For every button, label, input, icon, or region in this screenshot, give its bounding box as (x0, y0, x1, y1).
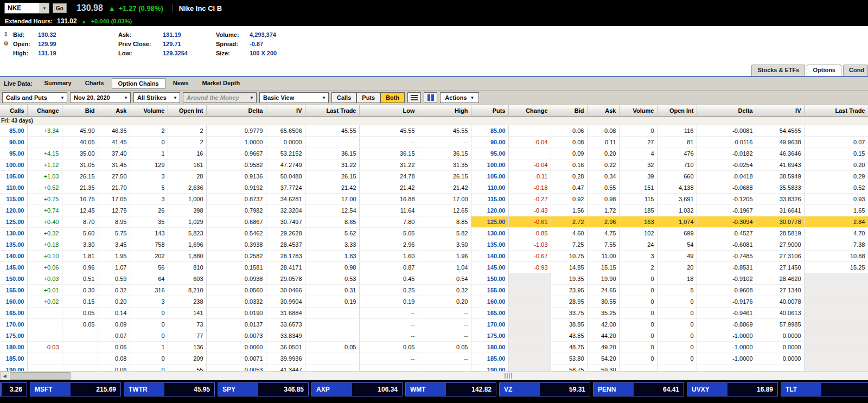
value-cell[interactable]: 0.07 (804, 136, 868, 148)
value-cell[interactable]: 0.0000 (756, 341, 804, 353)
value-cell[interactable] (804, 330, 868, 341)
value-cell[interactable]: 1.65 (804, 204, 868, 216)
column-header-delta-puts[interactable]: Delta (697, 105, 756, 116)
value-cell[interactable]: 38.5949 (756, 170, 804, 182)
value-cell[interactable]: -0.0418 (697, 170, 756, 182)
value-cell[interactable]: 14.85 (551, 261, 587, 273)
value-cell[interactable]: 10.75 (551, 250, 587, 261)
value-cell[interactable]: 64 (130, 273, 168, 284)
value-cell[interactable]: 151 (619, 182, 657, 193)
value-cell[interactable]: 3.30 (62, 239, 98, 250)
column-header-bid-puts[interactable]: Bid (551, 105, 587, 116)
value-cell[interactable]: 31.05 (62, 159, 98, 170)
basic-view-dropdown[interactable]: Basic View▼ (259, 92, 329, 103)
value-cell[interactable]: 0.05 (305, 341, 359, 353)
value-cell[interactable]: 143 (130, 227, 168, 239)
value-cell[interactable]: 41.3447 (266, 364, 305, 371)
expiration-group-label[interactable]: Fri: 43 days) (0, 116, 868, 125)
put-strike-cell[interactable]: 165.00 (471, 307, 508, 318)
value-cell[interactable] (27, 364, 62, 371)
value-cell[interactable]: 4.75 (587, 227, 619, 239)
value-cell[interactable]: 50.0480 (266, 170, 305, 182)
value-cell[interactable]: 4,138 (657, 182, 697, 193)
value-cell[interactable]: 27.1340 (756, 284, 804, 296)
value-cell[interactable]: 49.20 (587, 341, 619, 353)
value-cell[interactable]: 1.96 (418, 250, 471, 261)
value-cell[interactable]: 0.15 (804, 148, 868, 159)
column-header-volume-calls[interactable]: Volume (130, 105, 168, 116)
value-cell[interactable]: 32 (619, 159, 657, 170)
tab-summary[interactable]: Summary (39, 78, 78, 89)
symbol-combobox[interactable]: NKE ▼ (4, 3, 49, 14)
value-cell[interactable]: 26 (130, 204, 168, 216)
value-cell[interactable] (508, 273, 551, 284)
value-cell[interactable]: 16.88 (359, 193, 418, 204)
value-cell[interactable]: 24.65 (587, 284, 619, 296)
value-cell[interactable] (804, 341, 868, 353)
column-header-ask-calls[interactable]: Ask (98, 105, 130, 116)
value-cell[interactable]: 42.00 (587, 318, 619, 330)
value-cell[interactable]: 0.0000 (756, 353, 804, 364)
value-cell[interactable]: 0 (619, 341, 657, 353)
ticker-item-tlt[interactable]: TLT (781, 382, 868, 396)
value-cell[interactable] (804, 296, 868, 307)
value-cell[interactable]: 31.45 (98, 159, 130, 170)
value-cell[interactable]: 1,000 (168, 193, 206, 204)
value-cell[interactable]: 54.4565 (756, 125, 804, 136)
value-cell[interactable]: 20 (657, 261, 697, 273)
value-cell[interactable]: 0.9582 (206, 159, 266, 170)
value-cell[interactable]: 699 (657, 227, 697, 239)
value-cell[interactable]: 0.05 (359, 341, 418, 353)
value-cell[interactable]: 46.3646 (756, 148, 804, 159)
value-cell[interactable]: -0.85 (508, 227, 551, 239)
value-cell[interactable]: 7.38 (804, 239, 868, 250)
bid-ask-arrows-icon[interactable]: ⇕ (3, 31, 13, 37)
go-button[interactable]: Go (53, 3, 67, 13)
value-cell[interactable]: 40.0078 (756, 296, 804, 307)
value-cell[interactable] (62, 330, 98, 341)
value-cell[interactable]: 1.04 (418, 261, 471, 273)
value-cell[interactable]: +0.01 (27, 284, 62, 296)
value-cell[interactable]: 30.7497 (266, 216, 305, 227)
value-cell[interactable]: 5.05 (359, 227, 418, 239)
value-cell[interactable]: 0.96 (62, 261, 98, 273)
value-cell[interactable]: 36.15 (305, 148, 359, 159)
value-cell[interactable]: 5 (657, 284, 697, 296)
value-cell[interactable]: 5.60 (62, 227, 98, 239)
value-cell[interactable]: 0.0332 (206, 296, 266, 307)
value-cell[interactable]: 1.81 (62, 250, 98, 261)
value-cell[interactable]: 45.55 (359, 125, 418, 136)
value-cell[interactable]: -- (418, 307, 471, 318)
column-header-last-trade-puts[interactable]: Last Trade (804, 105, 868, 116)
value-cell[interactable]: 0.07 (98, 330, 130, 341)
value-cell[interactable]: 0.5462 (206, 227, 266, 239)
ticker-item-penn[interactable]: PENN64.41 (593, 382, 684, 396)
value-cell[interactable]: 30.55 (587, 296, 619, 307)
value-cell[interactable]: 0 (657, 341, 697, 353)
value-cell[interactable]: 8,210 (168, 284, 206, 296)
ticker-item-msft[interactable]: MSFT215.69 (30, 382, 121, 396)
value-cell[interactable]: 28.4171 (266, 261, 305, 273)
both-button[interactable]: Both (380, 92, 405, 103)
value-cell[interactable] (804, 284, 868, 296)
calls-button[interactable]: Calls (331, 92, 356, 103)
value-cell[interactable]: +0.74 (27, 204, 62, 216)
value-cell[interactable]: 54 (657, 239, 697, 250)
value-cell[interactable]: 0.29 (804, 170, 868, 182)
value-cell[interactable]: 11.64 (359, 204, 418, 216)
value-cell[interactable]: 0 (130, 307, 168, 318)
value-cell[interactable]: 15.25 (804, 261, 868, 273)
value-cell[interactable]: -0.8869 (697, 318, 756, 330)
value-cell[interactable]: 1,032 (657, 204, 697, 216)
call-strike-cell[interactable]: 180.00 (0, 341, 27, 353)
value-cell[interactable] (305, 318, 359, 330)
value-cell[interactable]: 44.20 (587, 330, 619, 341)
value-cell[interactable]: 29.2628 (266, 227, 305, 239)
value-cell[interactable]: 19.90 (587, 273, 619, 284)
value-cell[interactable]: 11.00 (587, 250, 619, 261)
value-cell[interactable]: 1.83 (305, 250, 359, 261)
value-cell[interactable]: 33.8326 (756, 193, 804, 204)
value-cell[interactable]: 0.09 (551, 148, 587, 159)
value-cell[interactable]: 0.15 (62, 296, 98, 307)
value-cell[interactable]: 5,823 (168, 227, 206, 239)
